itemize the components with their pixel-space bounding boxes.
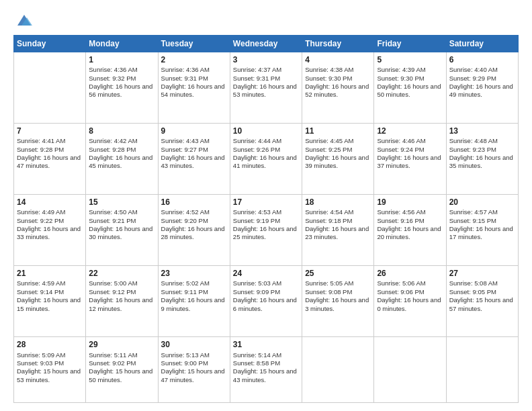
calendar-cell: 9Sunrise: 4:43 AM Sunset: 9:27 PM Daylig… xyxy=(158,124,230,195)
calendar-cell: 3Sunrise: 4:37 AM Sunset: 9:31 PM Daylig… xyxy=(230,52,302,124)
day-number: 3 xyxy=(233,54,299,65)
weekday-header-row: SundayMondayTuesdayWednesdayThursdayFrid… xyxy=(14,36,519,52)
calendar-cell: 27Sunrise: 5:08 AM Sunset: 9:05 PM Dayli… xyxy=(446,266,518,337)
day-info: Sunrise: 5:11 AM Sunset: 9:02 PM Dayligh… xyxy=(89,351,154,384)
day-info: Sunrise: 5:02 AM Sunset: 9:11 PM Dayligh… xyxy=(161,279,227,312)
calendar-cell: 12Sunrise: 4:46 AM Sunset: 9:24 PM Dayli… xyxy=(374,124,446,195)
day-number: 4 xyxy=(305,54,371,65)
day-number: 31 xyxy=(233,339,299,350)
weekday-header-wednesday: Wednesday xyxy=(230,36,302,52)
calendar-cell: 25Sunrise: 5:05 AM Sunset: 9:08 PM Dayli… xyxy=(302,266,374,337)
day-number: 11 xyxy=(305,126,371,136)
day-info: Sunrise: 4:45 AM Sunset: 9:25 PM Dayligh… xyxy=(305,137,371,170)
week-row-3: 14Sunrise: 4:49 AM Sunset: 9:22 PM Dayli… xyxy=(14,195,519,266)
calendar-cell: 22Sunrise: 5:00 AM Sunset: 9:12 PM Dayli… xyxy=(86,266,158,337)
day-number: 7 xyxy=(17,126,83,136)
calendar-cell: 6Sunrise: 4:40 AM Sunset: 9:29 PM Daylig… xyxy=(446,52,518,124)
calendar-cell: 10Sunrise: 4:44 AM Sunset: 9:26 PM Dayli… xyxy=(230,124,302,195)
calendar-cell xyxy=(446,337,518,403)
calendar-cell: 30Sunrise: 5:13 AM Sunset: 9:00 PM Dayli… xyxy=(158,337,230,403)
day-info: Sunrise: 4:40 AM Sunset: 9:29 PM Dayligh… xyxy=(449,66,515,99)
day-info: Sunrise: 4:37 AM Sunset: 9:31 PM Dayligh… xyxy=(233,66,299,99)
day-info: Sunrise: 4:59 AM Sunset: 9:14 PM Dayligh… xyxy=(17,279,83,312)
day-number: 17 xyxy=(233,197,299,208)
day-info: Sunrise: 4:43 AM Sunset: 9:27 PM Dayligh… xyxy=(161,137,227,170)
calendar-cell: 20Sunrise: 4:57 AM Sunset: 9:15 PM Dayli… xyxy=(446,195,518,266)
calendar-cell: 2Sunrise: 4:36 AM Sunset: 9:31 PM Daylig… xyxy=(158,52,230,124)
day-info: Sunrise: 5:14 AM Sunset: 8:58 PM Dayligh… xyxy=(233,351,299,384)
calendar-cell: 29Sunrise: 5:11 AM Sunset: 9:02 PM Dayli… xyxy=(86,337,158,403)
day-info: Sunrise: 4:54 AM Sunset: 9:18 PM Dayligh… xyxy=(305,208,371,241)
day-info: Sunrise: 5:05 AM Sunset: 9:08 PM Dayligh… xyxy=(305,279,371,312)
calendar-cell: 4Sunrise: 4:38 AM Sunset: 9:30 PM Daylig… xyxy=(302,52,374,124)
day-number: 29 xyxy=(89,339,154,350)
day-info: Sunrise: 4:46 AM Sunset: 9:24 PM Dayligh… xyxy=(377,137,443,170)
calendar-cell: 5Sunrise: 4:39 AM Sunset: 9:30 PM Daylig… xyxy=(374,52,446,124)
day-number: 19 xyxy=(377,197,443,208)
calendar-cell: 31Sunrise: 5:14 AM Sunset: 8:58 PM Dayli… xyxy=(230,337,302,403)
day-number: 22 xyxy=(89,268,154,279)
calendar-cell: 8Sunrise: 4:42 AM Sunset: 9:28 PM Daylig… xyxy=(86,124,158,195)
week-row-1: 1Sunrise: 4:36 AM Sunset: 9:32 PM Daylig… xyxy=(14,52,519,124)
day-number: 14 xyxy=(17,197,83,208)
day-number: 15 xyxy=(89,197,154,208)
day-number: 18 xyxy=(305,197,371,208)
day-number: 25 xyxy=(305,268,371,279)
day-info: Sunrise: 5:06 AM Sunset: 9:06 PM Dayligh… xyxy=(377,279,443,312)
day-info: Sunrise: 4:39 AM Sunset: 9:30 PM Dayligh… xyxy=(377,66,443,99)
day-number: 2 xyxy=(161,54,227,65)
week-row-4: 21Sunrise: 4:59 AM Sunset: 9:14 PM Dayli… xyxy=(14,266,519,337)
day-info: Sunrise: 4:53 AM Sunset: 9:19 PM Dayligh… xyxy=(233,208,299,241)
week-row-2: 7Sunrise: 4:41 AM Sunset: 9:28 PM Daylig… xyxy=(14,124,519,195)
day-number: 28 xyxy=(17,339,83,350)
week-row-5: 28Sunrise: 5:09 AM Sunset: 9:03 PM Dayli… xyxy=(14,337,519,403)
day-number: 13 xyxy=(449,126,515,136)
day-info: Sunrise: 4:57 AM Sunset: 9:15 PM Dayligh… xyxy=(449,208,515,241)
calendar-cell: 13Sunrise: 4:48 AM Sunset: 9:23 PM Dayli… xyxy=(446,124,518,195)
day-number: 12 xyxy=(377,126,443,136)
day-info: Sunrise: 4:48 AM Sunset: 9:23 PM Dayligh… xyxy=(449,137,515,170)
calendar-cell: 7Sunrise: 4:41 AM Sunset: 9:28 PM Daylig… xyxy=(14,124,86,195)
day-info: Sunrise: 4:52 AM Sunset: 9:20 PM Dayligh… xyxy=(161,208,227,241)
weekday-header-sunday: Sunday xyxy=(14,36,86,52)
calendar-table: SundayMondayTuesdayWednesdayThursdayFrid… xyxy=(13,35,519,403)
day-number: 8 xyxy=(89,126,154,136)
day-number: 1 xyxy=(89,54,154,65)
page-header xyxy=(13,11,519,30)
day-number: 30 xyxy=(161,339,227,350)
calendar-cell: 18Sunrise: 4:54 AM Sunset: 9:18 PM Dayli… xyxy=(302,195,374,266)
day-number: 6 xyxy=(449,54,515,65)
day-info: Sunrise: 4:36 AM Sunset: 9:32 PM Dayligh… xyxy=(89,66,154,99)
calendar-cell: 21Sunrise: 4:59 AM Sunset: 9:14 PM Dayli… xyxy=(14,266,86,337)
weekday-header-tuesday: Tuesday xyxy=(158,36,230,52)
day-info: Sunrise: 4:42 AM Sunset: 9:28 PM Dayligh… xyxy=(89,137,154,170)
day-number: 20 xyxy=(449,197,515,208)
day-info: Sunrise: 4:38 AM Sunset: 9:30 PM Dayligh… xyxy=(305,66,371,99)
day-number: 21 xyxy=(17,268,83,279)
weekday-header-friday: Friday xyxy=(374,36,446,52)
calendar-cell: 19Sunrise: 4:56 AM Sunset: 9:16 PM Dayli… xyxy=(374,195,446,266)
calendar-cell xyxy=(374,337,446,403)
day-info: Sunrise: 4:44 AM Sunset: 9:26 PM Dayligh… xyxy=(233,137,299,170)
day-info: Sunrise: 5:09 AM Sunset: 9:03 PM Dayligh… xyxy=(17,351,83,384)
calendar-cell: 11Sunrise: 4:45 AM Sunset: 9:25 PM Dayli… xyxy=(302,124,374,195)
calendar-cell: 26Sunrise: 5:06 AM Sunset: 9:06 PM Dayli… xyxy=(374,266,446,337)
logo-icon xyxy=(15,11,34,30)
day-info: Sunrise: 5:03 AM Sunset: 9:09 PM Dayligh… xyxy=(233,279,299,312)
weekday-header-saturday: Saturday xyxy=(446,36,518,52)
calendar-cell: 28Sunrise: 5:09 AM Sunset: 9:03 PM Dayli… xyxy=(14,337,86,403)
calendar-cell: 1Sunrise: 4:36 AM Sunset: 9:32 PM Daylig… xyxy=(86,52,158,124)
calendar-cell: 15Sunrise: 4:50 AM Sunset: 9:21 PM Dayli… xyxy=(86,195,158,266)
calendar-cell xyxy=(302,337,374,403)
calendar-cell xyxy=(14,52,86,124)
calendar-cell: 14Sunrise: 4:49 AM Sunset: 9:22 PM Dayli… xyxy=(14,195,86,266)
day-info: Sunrise: 5:13 AM Sunset: 9:00 PM Dayligh… xyxy=(161,351,227,384)
day-number: 23 xyxy=(161,268,227,279)
day-info: Sunrise: 5:08 AM Sunset: 9:05 PM Dayligh… xyxy=(449,279,515,312)
day-info: Sunrise: 4:56 AM Sunset: 9:16 PM Dayligh… xyxy=(377,208,443,241)
logo xyxy=(13,11,34,30)
day-info: Sunrise: 4:41 AM Sunset: 9:28 PM Dayligh… xyxy=(17,137,83,170)
calendar-cell: 24Sunrise: 5:03 AM Sunset: 9:09 PM Dayli… xyxy=(230,266,302,337)
weekday-header-thursday: Thursday xyxy=(302,36,374,52)
weekday-header-monday: Monday xyxy=(86,36,158,52)
